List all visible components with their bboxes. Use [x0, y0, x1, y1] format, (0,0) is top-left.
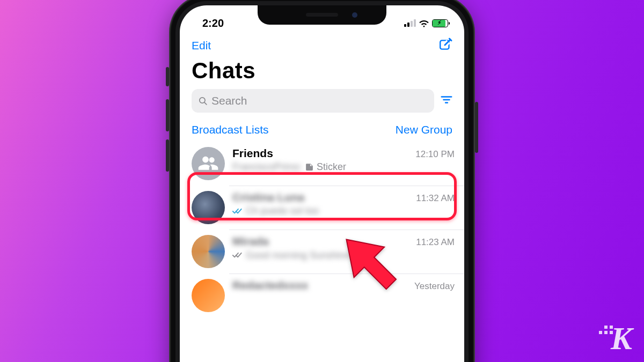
search-icon [198, 96, 208, 106]
filter-icon [441, 94, 452, 106]
chat-preview: FranciscoPrimo: Sticker [232, 161, 455, 173]
avatar [192, 235, 225, 268]
chat-preview: Ch puedo sol too [232, 205, 455, 217]
chat-row[interactable]: Redactedxxxx Yesterday [180, 274, 464, 317]
nav-bar: Edit [180, 34, 464, 56]
chat-time: 11:32 AM [416, 193, 455, 204]
watermark-logo: K [611, 322, 632, 354]
chat-row-friends[interactable]: Friends 12:10 PM FranciscoPrimo: Sticker [180, 142, 464, 186]
delivered-receipt-icon [232, 252, 243, 259]
chat-name: Friends [232, 147, 273, 160]
chat-list: Friends 12:10 PM FranciscoPrimo: Sticker [180, 142, 464, 317]
chat-time: 11:23 AM [416, 237, 455, 248]
edit-button[interactable]: Edit [192, 39, 211, 52]
compose-icon [438, 38, 452, 51]
chat-time: 12:10 PM [415, 149, 455, 160]
chat-row[interactable]: Cristina Luna 11:32 AM Ch puedo sol too [180, 186, 464, 230]
battery-icon: ⚡︎ [432, 19, 448, 27]
phone-frame: 2:20 ⚡︎ Edit [169, 0, 475, 362]
sticker-icon [305, 162, 314, 172]
chat-actions-row: Broadcast Lists New Group [180, 120, 464, 142]
avatar [192, 191, 225, 224]
avatar [192, 279, 225, 312]
chat-name: Mirada [232, 235, 269, 248]
filter-button[interactable] [441, 94, 452, 108]
page-title: Chats [180, 56, 464, 89]
chat-row[interactable]: Mirada 11:23 AM Good morning Sunshine ☀️ [180, 230, 464, 274]
status-time: 2:20 [195, 17, 224, 29]
compose-button[interactable] [438, 38, 452, 54]
wifi-icon [419, 19, 429, 27]
notch [258, 5, 386, 25]
broadcast-lists-link[interactable]: Broadcast Lists [192, 123, 269, 136]
search-input[interactable]: Search [192, 89, 434, 113]
group-avatar-icon [192, 147, 225, 180]
read-receipt-icon [232, 208, 243, 215]
chat-time: Yesterday [414, 281, 455, 292]
phone-screen: 2:20 ⚡︎ Edit [180, 5, 464, 362]
mute-switch [166, 67, 169, 86]
chat-preview: Good morning Sunshine ☀️ [232, 249, 455, 261]
volume-down-button [166, 139, 169, 172]
cellular-signal-icon [404, 19, 416, 27]
new-group-link[interactable]: New Group [396, 123, 452, 136]
search-placeholder: Search [211, 94, 247, 107]
chat-name: Cristina Luna [232, 191, 304, 204]
chat-name: Redactedxxxx [232, 279, 308, 292]
volume-up-button [166, 99, 169, 131]
svg-line-2 [204, 102, 207, 104]
power-button [475, 102, 478, 153]
